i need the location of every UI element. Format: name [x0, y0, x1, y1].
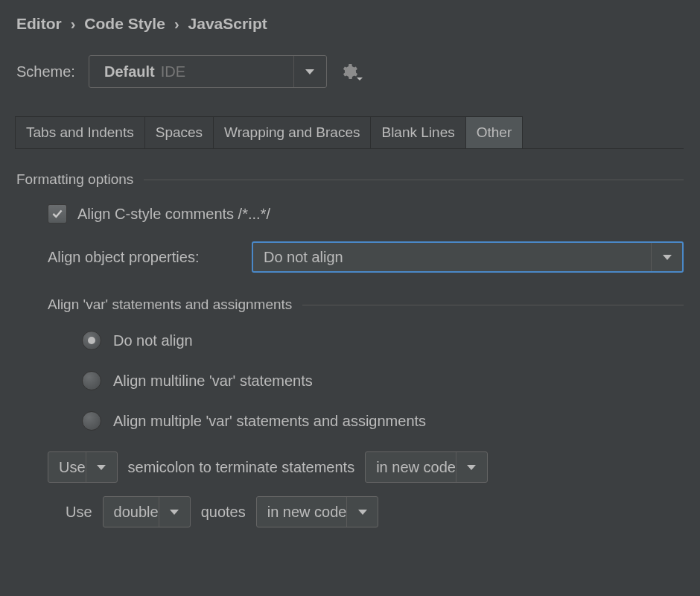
scheme-label: Scheme:	[16, 63, 75, 80]
quotes-scope-select[interactable]: in new code	[256, 496, 379, 527]
breadcrumb-item-javascript[interactable]: JavaScript	[188, 15, 267, 33]
chevron-down-icon	[357, 76, 363, 82]
radio-icon	[82, 411, 101, 431]
scheme-suffix: IDE	[161, 63, 185, 80]
chevron-down-icon	[159, 497, 190, 527]
quotes-type-select[interactable]: double	[103, 496, 191, 527]
semicolon-text: semicolon to terminate statements	[128, 459, 355, 476]
gear-icon	[340, 63, 358, 80]
radio-icon	[82, 371, 101, 390]
scheme-settings-button[interactable]	[340, 63, 358, 80]
align-var-radio-do-not-align[interactable]: Do not align	[82, 331, 684, 350]
align-object-properties-label: Align object properties:	[48, 249, 241, 266]
chevron-down-icon	[456, 452, 487, 482]
chevron-down-icon	[346, 497, 378, 527]
semicolon-use-select[interactable]: Use	[48, 451, 118, 483]
align-c-comments-checkbox[interactable]	[48, 204, 67, 224]
radio-label: Align multiple 'var' statements and assi…	[113, 413, 426, 430]
align-object-properties-select[interactable]: Do not align	[252, 241, 684, 273]
align-var-radio-multiple[interactable]: Align multiple 'var' statements and assi…	[82, 411, 684, 431]
chevron-down-icon	[651, 243, 682, 271]
tab-tabs-and-indents[interactable]: Tabs and Indents	[15, 116, 145, 148]
check-icon	[51, 207, 64, 221]
chevron-right-icon: ›	[174, 16, 179, 33]
divider	[144, 180, 684, 180]
align-c-comments-label: Align C-style comments /*...*/	[77, 206, 270, 223]
formatting-options-title: Formatting options	[16, 171, 133, 188]
quotes-middle-text: quotes	[201, 504, 246, 521]
tabs: Tabs and Indents Spaces Wrapping and Bra…	[15, 116, 684, 149]
align-object-properties-value: Do not align	[264, 249, 651, 266]
radio-label: Do not align	[113, 332, 193, 349]
breadcrumb-item-codestyle[interactable]: Code Style	[84, 15, 165, 33]
quotes-scope-value: in new code	[267, 504, 347, 521]
chevron-right-icon: ›	[71, 16, 76, 33]
align-var-radio-multiline[interactable]: Align multiline 'var' statements	[82, 371, 684, 390]
align-var-title: Align 'var' statements and assignments	[48, 297, 292, 313]
breadcrumb: Editor › Code Style › JavaScript	[16, 15, 684, 33]
align-var-radio-group: Do not align Align multiline 'var' state…	[82, 331, 684, 431]
divider	[302, 305, 684, 305]
quotes-type-value: double	[114, 504, 159, 521]
breadcrumb-item-editor[interactable]: Editor	[16, 15, 62, 33]
semicolon-use-value: Use	[59, 459, 86, 476]
chevron-down-icon	[86, 452, 117, 482]
scheme-value: Default	[104, 63, 155, 80]
quotes-prefix: Use	[66, 504, 92, 521]
tab-other[interactable]: Other	[465, 116, 524, 148]
scheme-select[interactable]: Default IDE	[89, 55, 327, 88]
tab-spaces[interactable]: Spaces	[144, 116, 214, 148]
radio-label: Align multiline 'var' statements	[113, 372, 313, 390]
semicolon-scope-value: in new code	[376, 459, 456, 476]
chevron-down-icon	[293, 56, 326, 87]
semicolon-scope-select[interactable]: in new code	[365, 451, 488, 483]
radio-icon	[82, 331, 101, 350]
tab-blank-lines[interactable]: Blank Lines	[370, 116, 465, 148]
tab-wrapping-and-braces[interactable]: Wrapping and Braces	[213, 116, 371, 148]
